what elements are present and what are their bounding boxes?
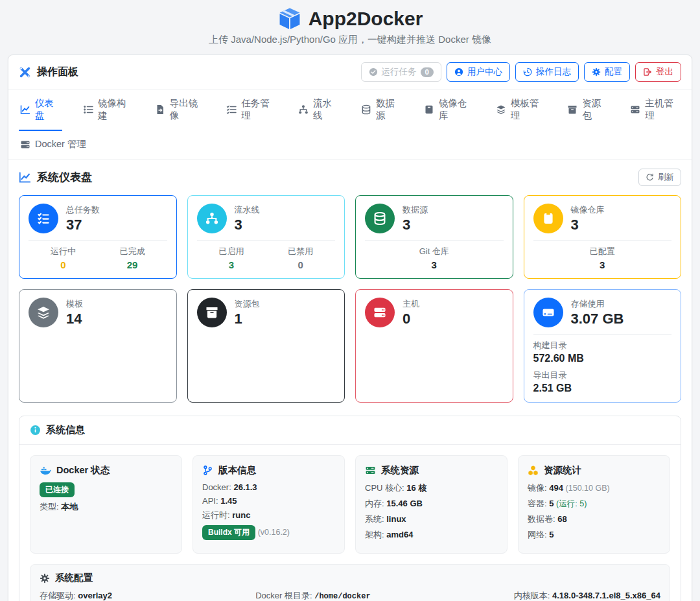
tab-template-management[interactable]: 模板管理: [495, 89, 547, 131]
panel-title: 操作面板: [37, 65, 78, 79]
resource-stats-card: 资源统计 镜像: 494 (150.10 GB) 容器: 5 (运行: 5) 数…: [518, 455, 670, 554]
app-logo-box-icon: [277, 6, 302, 31]
host-server-icon: [365, 298, 395, 327]
config-button[interactable]: 配置: [584, 62, 630, 82]
operation-panel: 操作面板 运行任务 0 用户中心 操作日志 配置 登出: [8, 54, 692, 601]
refresh-icon: [646, 173, 654, 182]
docker-whale-icon: [40, 465, 51, 477]
connected-badge: 已连接: [40, 482, 75, 497]
gear-icon: [40, 573, 50, 583]
server-icon: [365, 465, 376, 476]
refresh-button[interactable]: 刷新: [638, 169, 681, 186]
buildx-badge: Buildx 可用: [202, 525, 255, 540]
stat-card-storage: 存储使用3.07 GB 构建目录 572.60 MB 导出目录 2.51 GB: [524, 289, 682, 403]
stat-card-hosts: 主机0: [355, 289, 513, 403]
pipeline-nodes-icon: [197, 204, 227, 233]
package-box-icon: [567, 104, 578, 115]
tab-pipeline[interactable]: 流水线: [297, 89, 340, 131]
chart-line-icon: [19, 171, 31, 183]
tab-image-registry[interactable]: 镜像仓库: [423, 89, 475, 131]
stat-cards-grid: 总任务数37 运行中0 已完成29 流水线3 已启用3 已禁用0: [8, 194, 692, 416]
layers-icon: [29, 298, 58, 327]
system-dashboard-section: 系统仪表盘 刷新 总任务数37 运行中0 已完成29: [8, 159, 692, 601]
hdd-icon: [533, 298, 563, 327]
info-circle-icon: [30, 425, 41, 436]
cubes-icon: [528, 465, 539, 476]
storage-details: 构建目录 572.60 MB 导出目录 2.51 GB: [533, 340, 672, 394]
checklist-icon: [226, 104, 237, 115]
running-tasks-button[interactable]: 运行任务 0: [361, 62, 441, 82]
person-circle-icon: [454, 67, 463, 77]
tab-dashboard[interactable]: 仪表盘: [19, 89, 62, 131]
stat-card-pipeline: 流水线3 已启用3 已禁用0: [187, 195, 345, 279]
system-info-title: 系统信息: [46, 424, 85, 436]
tab-resource-package[interactable]: 资源包: [566, 89, 609, 131]
stat-card-data-source: 数据源3 Git 仓库3: [355, 195, 513, 279]
app-title: App2Docker: [309, 6, 423, 31]
numbered-list-icon: [83, 104, 93, 115]
stat-card-resource-package: 资源包1: [187, 289, 345, 403]
system-info-section: 系统信息 Docker 状态 已连接 类型: 本地 版本信息 Doc: [19, 416, 681, 601]
app-header: App2Docker 上传 Java/Node.js/Python/Go 应用，…: [0, 0, 700, 46]
pipeline-nodes-icon: [298, 104, 309, 115]
running-tasks-badge: 0: [421, 67, 434, 77]
app-subtitle: 上传 Java/Node.js/Python/Go 应用，一键构建并推送 Doc…: [0, 34, 700, 46]
hdd-stack-icon: [630, 104, 640, 115]
database-icon: [361, 104, 371, 115]
logout-button[interactable]: 登出: [635, 62, 681, 82]
tab-host-management[interactable]: 主机管理: [629, 89, 681, 131]
tab-image-build[interactable]: 镜像构建: [82, 89, 134, 131]
stat-card-templates: 模板14: [19, 289, 177, 403]
file-export-icon: [155, 104, 165, 115]
gear-icon: [592, 67, 601, 77]
logout-icon: [643, 67, 652, 77]
hdd-rack-icon: [20, 139, 30, 150]
dashboard-title: 系统仪表盘: [37, 170, 92, 185]
tab-data-source[interactable]: 数据源: [360, 89, 403, 131]
layers-icon: [496, 104, 506, 115]
header-actions: 运行任务 0 用户中心 操作日志 配置 登出: [361, 62, 681, 82]
version-info-card: 版本信息 Docker: 26.1.3 API: 1.45 运行时: runc …: [192, 455, 345, 554]
package-box-icon: [197, 298, 227, 327]
user-center-button[interactable]: 用户中心: [447, 62, 510, 82]
page: { "colors": { "primary": "#0d6efd", "inf…: [0, 0, 700, 601]
tab-docker-management[interactable]: Docker 管理: [19, 130, 88, 159]
system-resources-card: 系统资源 CPU 核心: 16 核 内存: 15.46 GB 系统: linux…: [355, 455, 508, 554]
registry-box-icon: [424, 104, 434, 115]
git-branch-icon: [202, 465, 213, 476]
operation-log-button[interactable]: 操作日志: [515, 62, 579, 82]
tab-task-management[interactable]: 任务管理: [225, 89, 277, 131]
panel-header: 操作面板 运行任务 0 用户中心 操作日志 配置 登出: [8, 55, 692, 89]
registry-container-icon: [533, 204, 563, 233]
stat-card-image-registry: 镜像仓库3 已配置3: [524, 195, 682, 279]
system-config-card: 系统配置 存储驱动: overlay2 Docker 根目录: /home/do…: [30, 564, 670, 601]
tools-icon: [19, 66, 31, 78]
chart-line-icon: [20, 104, 30, 115]
tab-export-image[interactable]: 导出镜像: [154, 89, 206, 131]
stat-card-total-tasks: 总任务数37 运行中0 已完成29: [19, 195, 177, 279]
docker-status-card: Docker 状态 已连接 类型: 本地: [30, 455, 182, 554]
main-tabs: 仪表盘 镜像构建 导出镜像 任务管理 流水线 数据源: [8, 89, 692, 159]
database-icon: [365, 204, 395, 233]
check-circle-icon: [369, 67, 378, 77]
history-clock-icon: [523, 67, 532, 77]
task-checklist-icon: [29, 204, 58, 233]
